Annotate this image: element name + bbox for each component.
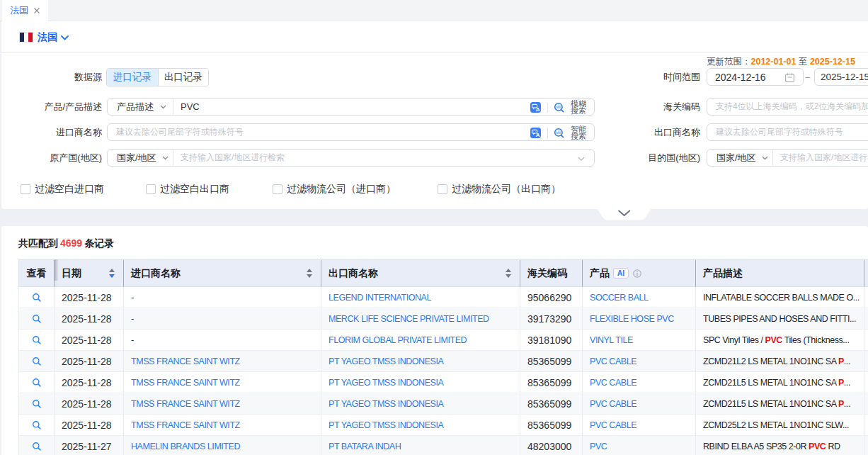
svg-text:A: A <box>536 132 540 138</box>
svg-text:A: A <box>536 106 540 113</box>
